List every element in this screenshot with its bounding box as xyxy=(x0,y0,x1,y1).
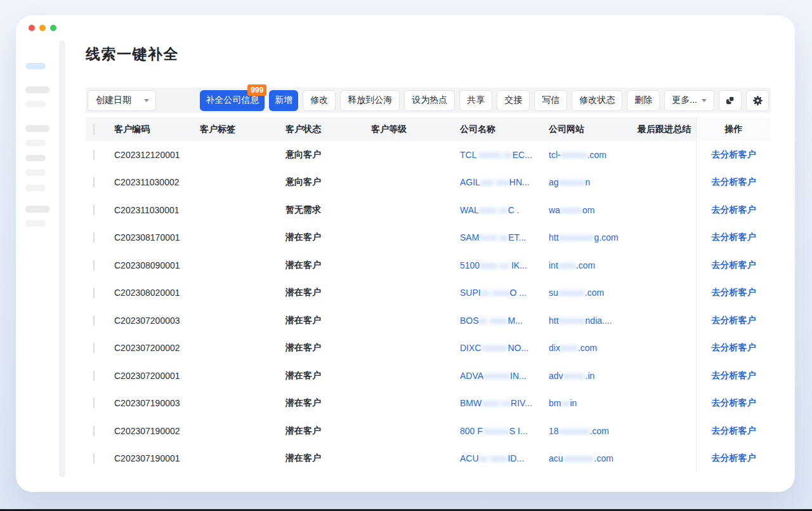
complete-company-info-button[interactable]: 补全公司信息 999 xyxy=(200,90,265,111)
analyze-customer-link[interactable]: 去分析客户 xyxy=(712,260,756,271)
company-name-cell[interactable]: BOSxx xxxxM... xyxy=(460,315,549,326)
row-checkbox-cell xyxy=(86,453,114,463)
customer-status-cell: 意向客户 xyxy=(285,149,371,161)
column-header[interactable]: 公司网站 xyxy=(549,124,638,135)
analyze-customer-link[interactable]: 去分析客户 xyxy=(712,342,756,354)
analyze-customer-link[interactable]: 去分析客户 xyxy=(712,176,756,188)
date-filter-select[interactable]: 创建日期 xyxy=(88,90,156,111)
row-checkbox[interactable] xyxy=(93,343,95,353)
change-status-button[interactable]: 修改状态 xyxy=(572,90,622,111)
settings-button[interactable] xyxy=(746,90,769,111)
gear-icon xyxy=(752,95,763,106)
analyze-customer-link[interactable]: 去分析客户 xyxy=(712,287,756,298)
table-body: C202312120001意向客户TCL xxxxx xxEC...tcl-xx… xyxy=(86,141,771,472)
redacted-text: xxxxxxx xyxy=(563,453,594,463)
redacted-text: xxxx xx xyxy=(479,232,508,242)
company-name-cell[interactable]: ADVAxxxxxxIN... xyxy=(460,371,549,381)
sync-button[interactable] xyxy=(719,90,742,111)
app-window: 线索一键补全 创建日期 补全公司信息 999 新增 修改释放到公海设为热点共享交… xyxy=(16,15,795,492)
write-email-button[interactable]: 写信 xyxy=(534,90,567,111)
company-website-cell[interactable]: 18xxxxxxx.com xyxy=(549,426,638,436)
column-header[interactable]: 客户等级 xyxy=(371,124,460,135)
more-button[interactable]: 更多... xyxy=(664,90,714,111)
set-hot-button[interactable]: 设为热点 xyxy=(404,90,455,111)
row-checkbox[interactable] xyxy=(93,315,95,326)
customer-status-cell: 暂无需求 xyxy=(285,204,371,216)
share-button[interactable]: 共享 xyxy=(459,90,492,111)
row-checkbox[interactable] xyxy=(93,371,95,381)
company-website-cell[interactable]: dixxxxx.com xyxy=(549,343,638,353)
row-checkbox[interactable] xyxy=(93,453,95,463)
customer-code-cell: C202307190001 xyxy=(114,453,200,463)
sidebar-divider xyxy=(59,41,65,477)
company-website-cell[interactable]: httxxxxxxxxg.com xyxy=(549,232,638,242)
company-name-cell[interactable]: DIXCxxxxxxNO... xyxy=(460,343,549,353)
visible-text: TCL xyxy=(460,150,479,160)
close-window-icon[interactable] xyxy=(29,25,35,31)
redacted-text: xxxxx xyxy=(560,205,582,215)
action-cell: 去分析客户 xyxy=(696,362,771,390)
company-name-cell[interactable]: 800 FxxxxxxS I... xyxy=(460,426,549,436)
column-header[interactable]: 公司名称 xyxy=(460,124,549,135)
row-checkbox[interactable] xyxy=(93,150,95,160)
company-website-cell[interactable]: acuxxxxxxx.com xyxy=(549,453,638,463)
row-checkbox[interactable] xyxy=(93,177,95,187)
analyze-customer-link[interactable]: 去分析客户 xyxy=(712,370,756,382)
handover-button[interactable]: 交接 xyxy=(497,90,530,111)
company-name-cell[interactable]: 5100xxxx xx IK... xyxy=(460,260,549,270)
minimize-window-icon[interactable] xyxy=(39,25,46,31)
row-checkbox[interactable] xyxy=(93,232,95,242)
delete-button[interactable]: 删除 xyxy=(627,90,660,111)
visible-text: M... xyxy=(508,315,522,326)
customer-code-cell: C202307190003 xyxy=(114,398,200,408)
company-name-cell[interactable]: SAMxxxx xxET... xyxy=(460,232,549,242)
release-to-public-pool-button[interactable]: 释放到公海 xyxy=(340,90,400,111)
analyze-customer-link[interactable]: 去分析客户 xyxy=(712,425,756,437)
select-all-checkbox[interactable] xyxy=(93,124,95,135)
company-name-cell[interactable]: WALxxxx xxC . xyxy=(460,205,549,215)
column-header[interactable]: 最后跟进总结 xyxy=(638,124,696,135)
company-website-cell[interactable]: advxxxxx.in xyxy=(549,371,638,381)
analyze-customer-link[interactable]: 去分析客户 xyxy=(712,397,756,409)
row-checkbox[interactable] xyxy=(93,288,95,298)
edit-button[interactable]: 修改 xyxy=(303,90,336,111)
company-name-cell[interactable]: TCL xxxxx xxEC... xyxy=(460,150,549,160)
visible-text: .in xyxy=(586,371,595,381)
row-checkbox[interactable] xyxy=(93,426,95,436)
analyze-customer-link[interactable]: 去分析客户 xyxy=(712,232,756,243)
company-website-cell[interactable]: httxxxxxxndia.... xyxy=(549,315,638,326)
company-website-cell[interactable]: bmxxin xyxy=(549,398,638,408)
visible-text: BOS xyxy=(460,315,479,326)
company-website-cell[interactable]: tcl-xxxxxx.com xyxy=(549,150,638,160)
company-name-cell[interactable]: AGILxxx xxxHN... xyxy=(460,177,549,187)
analyze-customer-link[interactable]: 去分析客户 xyxy=(712,149,756,161)
table-header: 客户编码 客户标签 客户状态 客户等级 公司名称 公司网站 最后跟进总结 操作 xyxy=(86,117,771,141)
redacted-text: xxxxx xx xyxy=(479,150,513,160)
row-checkbox[interactable] xyxy=(93,260,95,270)
row-checkbox[interactable] xyxy=(93,205,95,215)
company-name-cell[interactable]: SUPIxx xxxxO ... xyxy=(460,288,549,298)
visible-text: O ... xyxy=(510,288,527,298)
column-header[interactable]: 客户标签 xyxy=(200,124,285,135)
company-website-cell[interactable]: suxxxxxx.com xyxy=(549,288,638,298)
company-name-cell[interactable]: ACUxx xxxxID... xyxy=(460,453,549,463)
table-row: C202307200002潜在客户DIXCxxxxxxNO...dixxxxx.… xyxy=(86,335,771,362)
company-website-cell[interactable]: intxxxx.com xyxy=(549,260,638,270)
company-name-cell[interactable]: BMWxxxx xxRIV... xyxy=(460,398,549,408)
redacted-text: xx xxxx xyxy=(479,453,508,463)
visible-text: om xyxy=(582,205,594,215)
analyze-customer-link[interactable]: 去分析客户 xyxy=(712,204,756,216)
window-controls xyxy=(29,25,56,31)
row-checkbox[interactable] xyxy=(93,398,95,408)
company-website-cell[interactable]: waxxxxxom xyxy=(549,205,638,215)
add-button[interactable]: 新增 xyxy=(269,90,298,111)
company-website-cell[interactable]: agxxxxxxn xyxy=(549,177,638,187)
analyze-customer-link[interactable]: 去分析客户 xyxy=(712,315,756,326)
customer-status-cell: 潜在客户 xyxy=(285,232,371,243)
redacted-text: xxx xxx xyxy=(480,177,509,187)
maximize-window-icon[interactable] xyxy=(50,25,56,31)
analyze-customer-link[interactable]: 去分析客户 xyxy=(712,453,756,464)
column-header[interactable]: 客户状态 xyxy=(285,124,371,135)
column-header[interactable]: 客户编码 xyxy=(114,124,200,135)
redacted-text: xxxx xx xyxy=(479,205,508,215)
